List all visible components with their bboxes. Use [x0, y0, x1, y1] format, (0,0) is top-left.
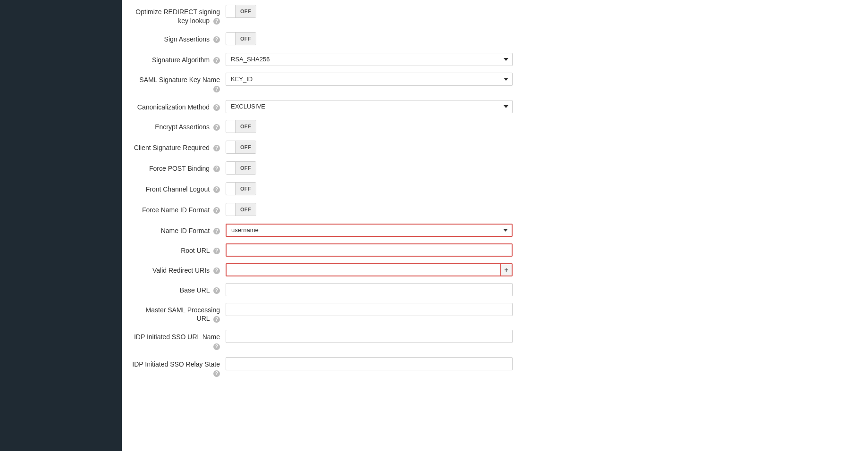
label-text: SAML Signature Key Name: [139, 76, 220, 84]
toggle-label: OFF: [236, 162, 256, 174]
row-sign-assertions: Sign Assertions ? OFF: [131, 32, 859, 46]
toggle-handle: [226, 5, 236, 17]
toggle-label: OFF: [236, 120, 256, 133]
label-text: Optimize REDIRECT signing key lookup: [135, 8, 220, 25]
toggle-label: OFF: [236, 5, 256, 17]
row-master-saml-url: Master SAML Processing URL ?: [131, 303, 859, 324]
help-icon[interactable]: ?: [213, 186, 220, 193]
help-icon[interactable]: ?: [213, 18, 220, 25]
help-icon[interactable]: ?: [213, 86, 220, 92]
row-name-id-format: Name ID Format ? username: [131, 224, 859, 237]
toggle-label: OFF: [236, 203, 256, 216]
label-saml-sig-key-name: SAML Signature Key Name ?: [131, 73, 226, 93]
row-idp-sso-url-name: IDP Initiated SSO URL Name ?: [131, 330, 859, 351]
label-force-post-binding: Force POST Binding ?: [131, 161, 226, 173]
toggle-handle: [226, 183, 236, 195]
label-root-url: Root URL ?: [131, 243, 226, 255]
label-text: Front Channel Logout: [146, 185, 210, 193]
select-name-id-format[interactable]: username: [226, 224, 513, 237]
row-base-url: Base URL ?: [131, 283, 859, 296]
label-text: Force POST Binding: [149, 165, 210, 172]
main-form: Optimize REDIRECT signing key lookup ? O…: [122, 0, 868, 451]
label-text: Signature Algorithm: [152, 56, 210, 64]
toggle-force-post-binding[interactable]: OFF: [226, 161, 256, 175]
label-text: Master SAML Processing URL: [146, 306, 220, 323]
input-idp-sso-url-name[interactable]: [226, 330, 513, 343]
label-master-saml-url: Master SAML Processing URL ?: [131, 303, 226, 324]
label-optimize-redirect: Optimize REDIRECT signing key lookup ?: [131, 5, 226, 25]
select-canonicalization-method[interactable]: EXCLUSIVE: [226, 100, 513, 113]
sidebar: [0, 0, 122, 451]
label-idp-sso-url-name: IDP Initiated SSO URL Name ?: [131, 330, 226, 351]
label-base-url: Base URL ?: [131, 283, 226, 295]
row-encrypt-assertions: Encrypt Assertions ? OFF: [131, 120, 859, 134]
toggle-handle: [226, 162, 236, 174]
row-force-post-binding: Force POST Binding ? OFF: [131, 161, 859, 175]
help-icon[interactable]: ?: [213, 316, 220, 323]
help-icon[interactable]: ?: [213, 228, 220, 234]
help-icon[interactable]: ?: [213, 57, 220, 64]
help-icon[interactable]: ?: [213, 343, 220, 350]
help-icon[interactable]: ?: [213, 267, 220, 274]
label-sign-assertions: Sign Assertions ?: [131, 32, 226, 44]
toggle-label: OFF: [236, 141, 256, 153]
label-encrypt-assertions: Encrypt Assertions ?: [131, 120, 226, 132]
toggle-handle: [226, 33, 236, 45]
toggle-optimize-redirect[interactable]: OFF: [226, 5, 256, 18]
help-icon[interactable]: ?: [213, 370, 220, 377]
label-text: Base URL: [180, 286, 210, 294]
help-icon[interactable]: ?: [213, 124, 220, 131]
help-icon[interactable]: ?: [213, 248, 220, 254]
toggle-handle: [226, 203, 236, 216]
label-text: IDP Initiated SSO URL Name: [134, 333, 220, 341]
toggle-sign-assertions[interactable]: OFF: [226, 32, 256, 45]
label-text: Sign Assertions: [164, 35, 210, 43]
toggle-label: OFF: [236, 33, 256, 45]
label-idp-sso-relay-state: IDP Initiated SSO Relay State ?: [131, 357, 226, 378]
label-text: IDP Initiated SSO Relay State: [132, 360, 220, 368]
label-valid-redirect-uris: Valid Redirect URIs ?: [131, 263, 226, 275]
help-icon[interactable]: ?: [213, 36, 220, 43]
toggle-encrypt-assertions[interactable]: OFF: [226, 120, 256, 133]
plus-icon: +: [504, 266, 508, 274]
help-icon[interactable]: ?: [213, 207, 220, 214]
label-text: Name ID Format: [161, 227, 210, 234]
input-master-saml-url[interactable]: [226, 303, 513, 316]
select-signature-algorithm[interactable]: RSA_SHA256: [226, 53, 513, 66]
row-signature-algorithm: Signature Algorithm ? RSA_SHA256: [131, 53, 859, 66]
row-client-sig-required: Client Signature Required ? OFF: [131, 141, 859, 155]
row-force-name-id-format: Force Name ID Format ? OFF: [131, 203, 859, 217]
label-name-id-format: Name ID Format ?: [131, 224, 226, 235]
label-front-channel-logout: Front Channel Logout ?: [131, 182, 226, 194]
help-icon[interactable]: ?: [213, 287, 220, 294]
select-saml-sig-key-name[interactable]: KEY_ID: [226, 73, 513, 86]
input-root-url[interactable]: [226, 243, 513, 257]
label-text: Force Name ID Format: [142, 206, 210, 214]
label-text: Client Signature Required: [134, 144, 210, 151]
input-idp-sso-relay-state[interactable]: [226, 357, 513, 370]
row-root-url: Root URL ?: [131, 243, 859, 257]
toggle-label: OFF: [236, 183, 256, 195]
input-valid-redirect-uri[interactable]: [227, 264, 500, 276]
toggle-client-sig-required[interactable]: OFF: [226, 141, 256, 154]
help-icon[interactable]: ?: [213, 145, 220, 151]
row-optimize-redirect: Optimize REDIRECT signing key lookup ? O…: [131, 5, 859, 25]
help-icon[interactable]: ?: [213, 104, 220, 111]
label-text: Encrypt Assertions: [155, 123, 210, 131]
help-icon[interactable]: ?: [213, 166, 220, 172]
label-client-sig-required: Client Signature Required ?: [131, 141, 226, 152]
row-saml-sig-key-name: SAML Signature Key Name ? KEY_ID: [131, 73, 859, 93]
row-front-channel-logout: Front Channel Logout ? OFF: [131, 182, 859, 196]
label-force-name-id-format: Force Name ID Format ?: [131, 203, 226, 215]
toggle-front-channel-logout[interactable]: OFF: [226, 182, 256, 195]
toggle-force-name-id-format[interactable]: OFF: [226, 203, 256, 216]
add-uri-button[interactable]: +: [500, 264, 512, 276]
label-text: Valid Redirect URIs: [152, 267, 210, 274]
toggle-handle: [226, 141, 236, 153]
label-text: Canonicalization Method: [137, 103, 210, 111]
toggle-handle: [226, 120, 236, 133]
label-canonicalization-method: Canonicalization Method ?: [131, 100, 226, 112]
input-base-url[interactable]: [226, 283, 513, 296]
label-signature-algorithm: Signature Algorithm ?: [131, 53, 226, 65]
uri-input-group: +: [226, 263, 513, 276]
